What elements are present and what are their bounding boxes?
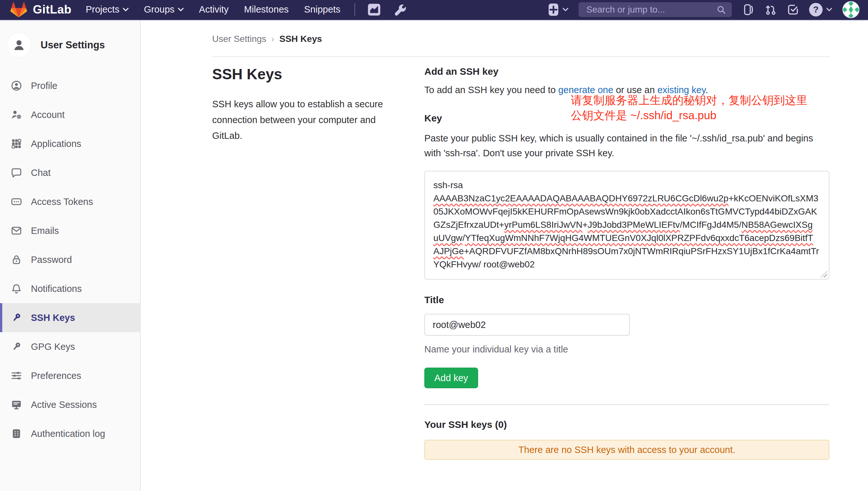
settings-sidebar: User Settings ProfileAccountApplications… bbox=[0, 21, 141, 491]
gitlab-wordmark: GitLab bbox=[33, 3, 71, 17]
lock-icon bbox=[10, 254, 23, 266]
page-intro-column: SSH Keys SSH keys allow you to establish… bbox=[212, 65, 393, 460]
user-avatar[interactable] bbox=[842, 1, 860, 18]
sidebar-title: User Settings bbox=[40, 39, 105, 51]
key-text-line: uUVgw/YTfeqXugWmNNhF7WjqHG4WMTUEGnV0XJql… bbox=[433, 231, 820, 244]
sidebar-item-label: Preferences bbox=[31, 371, 81, 381]
wrench-icon[interactable] bbox=[394, 3, 407, 16]
envelope-icon bbox=[10, 225, 23, 237]
page-description: SSH keys allow you to establish a secure… bbox=[212, 96, 393, 144]
breadcrumb-separator: › bbox=[271, 32, 274, 46]
monitor-icon bbox=[10, 399, 23, 411]
global-search[interactable] bbox=[579, 2, 732, 17]
sidebar-item-label: SSH Keys bbox=[31, 313, 75, 323]
sidebar-item-label: Access Tokens bbox=[31, 197, 93, 207]
sidebar-item-access-tokens[interactable]: Access Tokens bbox=[0, 187, 140, 216]
chart-icon[interactable] bbox=[367, 3, 381, 17]
key-text-line: YQkFHvyw/ root@web02 bbox=[433, 258, 820, 271]
sidebar-item-label: Account bbox=[31, 110, 65, 120]
gitlab-logo[interactable]: GitLab bbox=[10, 1, 71, 18]
red-annotation-line2: 公钥文件是 ~/.ssh/id_rsa.pub bbox=[571, 108, 807, 123]
empty-keys-warning: There are no SSH keys with access to you… bbox=[424, 440, 829, 460]
search-icon bbox=[716, 5, 726, 15]
ssh-key-form-column: Add an SSH key To add an SSH key you nee… bbox=[424, 65, 829, 460]
help-icon: ? bbox=[809, 3, 823, 17]
sidebar-item-active-sessions[interactable]: Active Sessions bbox=[0, 390, 140, 419]
sidebar-item-profile[interactable]: Profile bbox=[0, 71, 140, 100]
user-settings-avatar bbox=[6, 32, 32, 58]
search-input[interactable] bbox=[586, 4, 712, 15]
nav-link-activity[interactable]: Activity bbox=[199, 4, 228, 15]
sidebar-item-ssh-keys[interactable]: SSH Keys bbox=[0, 303, 140, 332]
sidebar-header: User Settings bbox=[0, 29, 140, 71]
top-navbar: GitLab ProjectsGroupsActivityMilestonesS… bbox=[0, 0, 868, 21]
merge-requests-icon[interactable] bbox=[765, 3, 777, 16]
sidebar-item-label: Chat bbox=[31, 168, 51, 178]
nav-link-milestones[interactable]: Milestones bbox=[244, 4, 289, 15]
title-input[interactable] bbox=[424, 314, 630, 336]
nav-link-snippets[interactable]: Snippets bbox=[304, 4, 341, 15]
breadcrumb-user-settings[interactable]: User Settings bbox=[212, 32, 266, 46]
sidebar-item-label: Authentication log bbox=[31, 429, 105, 439]
chevron-down-icon bbox=[178, 8, 184, 11]
user-circle-icon bbox=[10, 80, 23, 92]
grid-icon bbox=[10, 138, 23, 150]
sidebar-item-label: Profile bbox=[31, 81, 57, 91]
nav-link-groups[interactable]: Groups bbox=[144, 4, 184, 15]
sidebar-item-account[interactable]: Account bbox=[0, 100, 140, 129]
key-text-line: ssh-rsa bbox=[433, 178, 820, 192]
navbar-right: ? bbox=[548, 1, 860, 18]
new-menu-button[interactable] bbox=[548, 3, 568, 17]
sidebar-item-applications[interactable]: Applications bbox=[0, 129, 140, 158]
red-annotation-line1: 请复制服务器上生成的秘钥对，复制公钥到这里 bbox=[571, 92, 807, 108]
sidebar-item-password[interactable]: Password bbox=[0, 245, 140, 274]
navbar-links: ProjectsGroupsActivityMilestonesSnippets bbox=[86, 4, 340, 15]
sidebar-item-label: Active Sessions bbox=[31, 400, 97, 410]
sidebar-item-label: Password bbox=[31, 255, 72, 265]
key-text-line: GZsZjEfrxzaUDt+yrPum6LS8IriJwVN+J9bJobd3… bbox=[433, 218, 820, 231]
chevron-down-icon bbox=[827, 8, 832, 11]
sidebar-item-label: Applications bbox=[31, 139, 81, 149]
section-divider bbox=[424, 404, 829, 405]
sidebar-item-authentication-log[interactable]: Authentication log bbox=[0, 419, 140, 448]
plus-icon bbox=[548, 3, 559, 17]
navbar-tools bbox=[367, 3, 407, 17]
sidebar-items: ProfileAccountApplicationsChatAccess Tok… bbox=[0, 71, 140, 448]
main-content: User Settings › SSH Keys SSH Keys SSH ke… bbox=[141, 21, 868, 491]
sidebar-item-emails[interactable]: Emails bbox=[0, 216, 140, 245]
sidebar-item-chat[interactable]: Chat bbox=[0, 158, 140, 187]
key-text-line: AAAAB3NzaC1yc2EAAAADAQABAAABAQDHY6972zLR… bbox=[433, 192, 820, 205]
title-field-help: Name your individual key via a title bbox=[424, 344, 829, 355]
sidebar-item-label: Notifications bbox=[31, 284, 82, 294]
page-title: SSH Keys bbox=[212, 65, 393, 83]
add-key-button[interactable]: Add key bbox=[424, 368, 478, 388]
key-text-line: AJPjGe+AQRDFVUFZfAM8bxQNrhH89sOUm7x0jNTW… bbox=[433, 244, 820, 258]
title-field-label: Title bbox=[424, 294, 829, 306]
user-gear-icon bbox=[10, 109, 23, 121]
nav-link-projects[interactable]: Projects bbox=[86, 4, 128, 15]
key-icon bbox=[10, 312, 23, 324]
key-text-line: 05JKXoMOWvFqejI5kKEHURFmOpAsewsWn9kjk0ob… bbox=[433, 205, 820, 218]
sidebar-item-notifications[interactable]: Notifications bbox=[0, 274, 140, 303]
key-textarea[interactable]: ssh-rsaAAAAB3NzaC1yc2EAAAADAQABAAABAQDHY… bbox=[424, 171, 829, 280]
chat-bubble-icon bbox=[10, 167, 23, 179]
chevron-down-icon bbox=[563, 8, 568, 11]
gitlab-tanuki-icon bbox=[10, 1, 28, 18]
add-ssh-key-heading: Add an SSH key bbox=[424, 66, 829, 77]
navbar-divider bbox=[354, 3, 355, 16]
bell-icon bbox=[10, 283, 23, 295]
help-menu-button[interactable]: ? bbox=[809, 3, 832, 17]
key-icon bbox=[10, 341, 23, 353]
sidebar-item-preferences[interactable]: Preferences bbox=[0, 361, 140, 390]
sidebar-item-label: Emails bbox=[31, 226, 59, 236]
sidebar-item-gpg-keys[interactable]: GPG Keys bbox=[0, 332, 140, 361]
issues-icon[interactable] bbox=[742, 3, 754, 16]
token-card-icon bbox=[10, 196, 23, 208]
todos-icon[interactable] bbox=[787, 4, 799, 16]
log-icon bbox=[10, 428, 23, 440]
breadcrumb-ssh-keys[interactable]: SSH Keys bbox=[279, 32, 322, 46]
chevron-down-icon bbox=[123, 8, 128, 11]
sidebar-item-label: GPG Keys bbox=[31, 342, 75, 352]
key-field-help: Paste your public SSH key, which is usua… bbox=[424, 131, 829, 161]
breadcrumb: User Settings › SSH Keys bbox=[212, 32, 829, 46]
